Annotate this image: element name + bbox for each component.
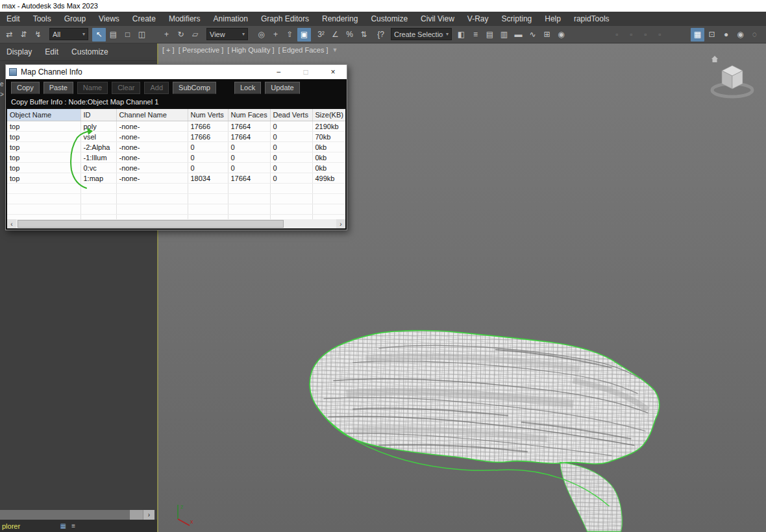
table-row[interactable]: top1:map-none-18034176640499kb	[7, 173, 345, 184]
scrollbar-thumb[interactable]	[18, 220, 284, 228]
angle-snap-icon[interactable]: ∠	[328, 28, 342, 42]
align-icon[interactable]: ≡	[469, 28, 482, 42]
panel-horizontal-scrollbar[interactable]: ›	[0, 510, 154, 520]
viewport-menu-quality[interactable]: [ High Quality ]	[227, 46, 274, 54]
toggle-ribbon-icon[interactable]: ▬	[512, 28, 525, 42]
viewport-menu-general[interactable]: [ + ]	[162, 46, 175, 54]
panel-menu-customize[interactable]: Customize	[65, 45, 115, 59]
percent-snap-icon[interactable]: %	[343, 28, 356, 42]
curve-editor-icon[interactable]: ∿	[526, 28, 539, 42]
rectangular-selection-icon[interactable]: □	[121, 28, 134, 42]
menu-v-ray[interactable]: V-Ray	[461, 12, 495, 26]
select-and-move-icon[interactable]: +	[160, 28, 173, 42]
table-row[interactable]: top-1:Illum-none-0000kb	[7, 152, 345, 163]
scroll-right-arrow-icon[interactable]: ›	[336, 219, 345, 228]
select-and-scale-icon[interactable]: ▱	[188, 28, 202, 42]
spinner-snap-icon[interactable]: ⇅	[357, 28, 371, 42]
dim-tool-icon-4[interactable]: ▫	[653, 28, 667, 42]
menu-civil-view[interactable]: Civil View	[414, 12, 461, 26]
column-header-size-kb[interactable]: Size(KB)	[312, 109, 345, 121]
menu-rapidtools[interactable]: rapidTools	[567, 12, 616, 26]
material-editor-icon[interactable]: ◉	[554, 28, 568, 42]
selection-filter-dropdown[interactable]: All ▾	[49, 28, 88, 40]
select-and-manipulate-icon[interactable]: +	[269, 28, 282, 42]
menu-animation[interactable]: Animation	[207, 12, 254, 26]
dialog-minimize-button[interactable]: −	[265, 65, 292, 79]
mesh-object[interactable]	[310, 330, 660, 531]
menu-customize[interactable]: Customize	[364, 12, 414, 26]
explorer-display-icon[interactable]: ▦	[58, 521, 68, 531]
dim-tool-icon-1[interactable]: ▫	[610, 28, 624, 42]
dialog-horizontal-scrollbar[interactable]: ‹ ›	[7, 219, 345, 228]
table-cell	[116, 215, 188, 220]
panel-scroll-right-arrow-icon[interactable]: ›	[143, 510, 154, 520]
dialog-button-update[interactable]: Update	[265, 82, 299, 94]
dialog-close-button[interactable]: ×	[319, 65, 347, 79]
table-row[interactable]: topvsel-none-1766617664070kb	[7, 132, 345, 142]
viewcube-cube[interactable]	[722, 66, 743, 89]
menu-views[interactable]: Views	[92, 12, 126, 26]
menu-edit[interactable]: Edit	[0, 12, 27, 26]
viewport-menu-pov[interactable]: [ Perspective ]	[179, 46, 224, 54]
render-vfb-icon[interactable]: ◉	[734, 28, 747, 42]
menu-create[interactable]: Create	[126, 12, 162, 26]
bind-to-spacewarp-icon[interactable]: ↯	[31, 28, 45, 42]
dialog-titlebar[interactable]: Map Channel Info − □ ×	[6, 65, 347, 79]
select-object-icon[interactable]: ↖	[92, 28, 106, 42]
mirror-icon[interactable]: ◧	[454, 28, 468, 42]
menu-help[interactable]: Help	[538, 12, 567, 26]
viewport-menu-shading[interactable]: [ Edged Faces ]	[278, 46, 328, 54]
table-row[interactable]: toppoly-none-176661766402190kb	[7, 121, 345, 132]
menu-rendering[interactable]: Rendering	[315, 12, 364, 26]
menu-tools[interactable]: Tools	[27, 12, 58, 26]
panel-menu-edit[interactable]: Edit	[38, 45, 65, 59]
dim-tool-icon-3[interactable]: ▫	[639, 28, 652, 42]
panel-scrollbar-thumb[interactable]	[0, 510, 130, 520]
panel-menu-display[interactable]: Display	[0, 45, 38, 59]
column-header-num-verts[interactable]: Num Verts	[188, 109, 228, 121]
rendered-frame-icon[interactable]: ⊡	[705, 28, 719, 42]
menu-graph-editors[interactable]: Graph Editors	[254, 12, 315, 26]
viewcube-home-icon[interactable]	[711, 56, 718, 62]
use-center-icon[interactable]: ◎	[254, 28, 268, 42]
dialog-button-lock[interactable]: Lock	[234, 82, 261, 94]
viewcube[interactable]	[706, 51, 758, 111]
render-production-icon[interactable]: ●	[719, 28, 733, 42]
menu-modifiers[interactable]: Modifiers	[162, 12, 207, 26]
menu-scripting[interactable]: Scripting	[495, 12, 539, 26]
column-header-num-faces[interactable]: Num Faces	[228, 109, 270, 121]
select-and-rotate-icon[interactable]: ↻	[174, 28, 188, 42]
schematic-view-icon[interactable]: ⊞	[540, 28, 554, 42]
table-row[interactable]: top0:vc-none-0000kb	[7, 163, 345, 173]
column-header-object-name[interactable]: Object Name	[7, 109, 80, 121]
menu-group[interactable]: Group	[58, 12, 92, 26]
column-header-id[interactable]: ID	[80, 109, 116, 121]
toggle-layer-explorer-icon[interactable]: ▥	[497, 28, 511, 42]
dialog-button-paste[interactable]: Paste	[43, 82, 73, 94]
explorer-list-icon[interactable]: ≡	[68, 521, 79, 531]
edit-named-selections-icon[interactable]: {?	[374, 28, 388, 42]
toggle-scene-explorer-icon[interactable]: ▤	[483, 28, 497, 42]
scroll-left-arrow-icon[interactable]: ‹	[7, 219, 16, 228]
select-by-name-icon[interactable]: ▤	[106, 28, 120, 42]
snap-toggle-icon[interactable]: 3²	[314, 28, 328, 42]
column-header-dead-verts[interactable]: Dead Verts	[270, 109, 312, 121]
table-cell: 499kb	[312, 173, 345, 184]
table-cell	[228, 194, 270, 204]
table-row[interactable]: top-2:Alpha-none-0000kb	[7, 142, 345, 152]
render-setup-icon[interactable]: ▦	[691, 28, 704, 42]
named-selection-sets-dropdown[interactable]: Create Selection Se ▾	[391, 28, 452, 40]
unlink-selection-icon[interactable]: ⇵	[17, 28, 31, 42]
viewport-label-caret-icon[interactable]: ▼	[332, 47, 338, 53]
explorer-bottombar: plorer ▦≡	[0, 520, 157, 532]
select-and-link-icon[interactable]: ⇄	[3, 28, 16, 42]
column-header-channel-name[interactable]: Channel Name	[116, 109, 188, 121]
dialog-button-copy[interactable]: Copy	[11, 82, 40, 94]
render-last-icon[interactable]: ◌	[748, 28, 761, 42]
window-crossing-icon[interactable]: ◫	[135, 28, 149, 42]
dim-tool-icon-2[interactable]: ▫	[624, 28, 638, 42]
keyboard-override-icon[interactable]: ⇧	[283, 28, 297, 42]
dialog-button-subcomp[interactable]: SubComp	[173, 82, 216, 94]
reference-coordinate-dropdown[interactable]: View ▾	[206, 28, 248, 40]
select-and-place-icon[interactable]: ▣	[297, 28, 311, 42]
